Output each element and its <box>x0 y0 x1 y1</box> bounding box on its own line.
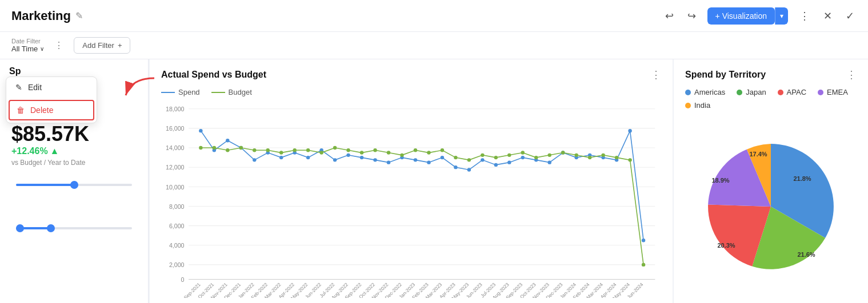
pie-chart-svg: 21.8% 21.6% 20.3% 18.9% 17.4% <box>697 132 845 281</box>
budget-dot <box>333 146 337 150</box>
budget-dot <box>306 148 310 152</box>
budget-dot <box>293 148 296 152</box>
line-chart-svg: 18,000 16,000 14,000 12,000 10,000 8,000… <box>161 101 661 298</box>
spend-dot <box>414 158 417 161</box>
spend-dot <box>373 158 377 161</box>
budget-dot <box>454 156 457 159</box>
add-filter-label: Add Filter <box>82 41 114 50</box>
filter-bar: Date Filter All Time ∨ ⋮ Add Filter + <box>0 32 868 59</box>
slider-thumb-1[interactable] <box>70 181 78 189</box>
budget-dot <box>615 156 618 159</box>
svg-text:2,000: 2,000 <box>169 261 185 268</box>
slider-track-1[interactable] <box>16 184 132 186</box>
date-filter-selector[interactable]: All Time ∨ <box>11 45 44 53</box>
india-dot <box>685 103 691 108</box>
legend-india: India <box>685 101 710 110</box>
spend-legend-line <box>161 92 175 93</box>
budget-dot <box>441 148 444 152</box>
spend-line <box>201 131 643 240</box>
context-menu: ✎ Edit 🗑 Delete <box>6 76 97 123</box>
edit-title-icon[interactable]: ✎ <box>75 10 83 21</box>
spend-dot <box>481 158 484 161</box>
chart-more-button[interactable]: ⋮ <box>651 68 661 81</box>
date-filter-wrapper: Date Filter All Time ∨ <box>11 38 44 53</box>
budget-dot <box>360 151 363 154</box>
budget-dot <box>199 146 202 150</box>
budget-dot <box>213 146 216 150</box>
center-panel: Actual Spend vs Budget ⋮ Spend Budget 18… <box>150 59 673 303</box>
slider-track-2[interactable] <box>16 227 132 229</box>
edit-menu-item[interactable]: ✎ Edit <box>6 77 97 98</box>
metric-growth: +12.46% ▲ <box>11 146 137 156</box>
budget-dot <box>481 153 484 157</box>
spend-dot <box>253 158 256 161</box>
budget-dot <box>494 156 498 159</box>
pie-chart-more-button[interactable]: ⋮ <box>846 68 857 81</box>
spend-dot <box>507 160 511 164</box>
budget-dot <box>521 151 525 154</box>
budget-dot <box>226 148 229 152</box>
spend-dot <box>346 153 350 157</box>
svg-text:12,000: 12,000 <box>166 164 185 171</box>
budget-dot <box>266 148 270 152</box>
budget-dot <box>279 151 283 154</box>
page-title: Marketing <box>11 9 71 23</box>
svg-text:16,000: 16,000 <box>166 125 185 132</box>
spend-dot <box>199 129 202 132</box>
delete-menu-item[interactable]: 🗑 Delete <box>9 100 94 120</box>
emea-label: EMEA <box>827 88 848 96</box>
budget-dot <box>574 153 578 157</box>
slider-thumb-right[interactable] <box>47 224 55 232</box>
americas-label: Americas <box>694 88 725 96</box>
budget-dot <box>387 151 390 154</box>
spend-dot <box>521 156 525 159</box>
budget-dot <box>601 153 605 157</box>
toolbar-right: ↩ ↪ + Visualization ▾ ⋮ ✕ ✓ <box>663 7 857 25</box>
confirm-button[interactable]: ✓ <box>843 7 857 25</box>
redo-button[interactable]: ↪ <box>685 7 698 25</box>
title-area: Marketing ✎ <box>11 9 83 23</box>
apac-label: APAC <box>787 88 806 96</box>
more-options-button[interactable]: ⋮ <box>797 7 812 25</box>
legend-japan: Japan <box>737 88 766 96</box>
metric-value: $85.57K <box>11 122 137 146</box>
budget-legend-line <box>211 92 225 93</box>
visualization-button-group: + Visualization ▾ <box>707 7 788 25</box>
legend-apac: APAC <box>778 88 806 96</box>
right-panel: Spend by Territory ⋮ Americas Japan APAC… <box>674 59 868 303</box>
spend-dot <box>628 129 631 132</box>
edit-menu-icon: ✎ <box>15 83 22 92</box>
svg-text:8,000: 8,000 <box>169 203 185 210</box>
japan-percent: 17.4% <box>749 151 767 157</box>
add-filter-button[interactable]: Add Filter + <box>74 37 130 54</box>
budget-dot <box>414 148 417 152</box>
spend-dot <box>441 156 444 159</box>
budget-dot <box>548 153 551 157</box>
spend-dot <box>427 160 430 164</box>
india-label: India <box>694 101 710 110</box>
left-panel-title: Sp <box>9 66 21 76</box>
visualization-dropdown-button[interactable]: ▾ <box>775 7 788 25</box>
slider-thumb-left[interactable] <box>16 224 24 232</box>
apac-percent: 21.6% <box>797 251 815 258</box>
close-button[interactable]: ✕ <box>821 7 834 25</box>
apac-dot <box>778 90 783 95</box>
budget-legend-label: Budget <box>229 88 252 96</box>
spend-dot <box>548 160 551 164</box>
legend-americas: Americas <box>685 88 725 96</box>
budget-dot <box>467 158 471 161</box>
left-panel-header: Sp <box>0 59 148 76</box>
metric-subtitle: vs Budget / Year to Date <box>11 159 137 167</box>
budget-dot <box>427 151 430 154</box>
svg-text:14,000: 14,000 <box>166 144 185 151</box>
visualization-button[interactable]: + Visualization <box>707 7 775 25</box>
undo-button[interactable]: ↩ <box>663 7 676 25</box>
slider-fill-1 <box>16 184 74 186</box>
spend-dot <box>306 156 310 159</box>
pie-container: 21.8% 21.6% 20.3% 18.9% 17.4% <box>685 119 857 294</box>
date-filter-label: Date Filter <box>11 38 44 45</box>
budget-dot <box>561 151 565 154</box>
legend-emea: EMEA <box>818 88 848 96</box>
date-filter-more-button[interactable]: ⋮ <box>51 39 67 52</box>
left-panel: Sp ✎ Edit 🗑 Delete <box>0 59 149 303</box>
